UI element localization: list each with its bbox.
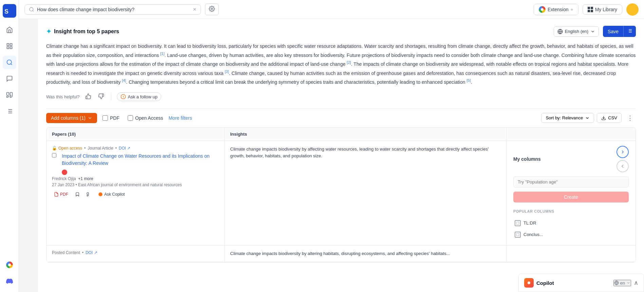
open-access-label: Open Access bbox=[135, 115, 163, 121]
save-button-group: Save bbox=[603, 26, 636, 37]
svg-point-16 bbox=[211, 8, 213, 10]
settings-button[interactable] bbox=[205, 3, 219, 15]
paper-title-1[interactable]: Impact of Climate Change on Water Resour… bbox=[62, 153, 219, 167]
paper-cite-button-1[interactable] bbox=[85, 191, 93, 198]
column-name-input[interactable] bbox=[513, 176, 629, 188]
doi-link-1[interactable]: DOI ↗ bbox=[119, 146, 131, 151]
helpful-row: Was this helpful? bbox=[46, 92, 636, 102]
my-library-button[interactable]: My Library bbox=[583, 4, 622, 15]
search-bar-icon bbox=[29, 7, 34, 12]
sort-label: Sort by: Relevance bbox=[546, 115, 583, 120]
paper-checkbox-1[interactable] bbox=[52, 153, 56, 158]
scispace-logo[interactable]: S bbox=[3, 4, 16, 18]
save-button[interactable]: Save bbox=[603, 26, 623, 37]
col-insights-header: Insights bbox=[225, 128, 507, 141]
svg-text:S: S bbox=[4, 8, 8, 15]
add-columns-button[interactable]: Add columns (1) bbox=[46, 113, 97, 123]
search-bar[interactable]: ✕ bbox=[24, 4, 201, 15]
grid-icon bbox=[588, 7, 593, 12]
conclusion-icon bbox=[516, 233, 519, 236]
copilot-icon bbox=[121, 94, 126, 99]
search-clear-button[interactable]: ✕ bbox=[193, 7, 197, 12]
popular-col-conclusion[interactable]: Conclus... bbox=[513, 229, 629, 240]
pdf-filter[interactable]: PDF bbox=[100, 114, 122, 122]
doi-link-2[interactable]: DOI ↗ bbox=[86, 250, 97, 255]
my-columns-content: My columns bbox=[512, 146, 630, 240]
paper-pdf-button-1[interactable]: PDF bbox=[52, 191, 70, 198]
more-filters-button[interactable]: More filters bbox=[168, 115, 192, 121]
export-csv-button[interactable]: CSV bbox=[597, 113, 622, 123]
home-icon[interactable] bbox=[3, 23, 16, 37]
table-row: Posted Content • DOI ↗ Climate change im… bbox=[47, 246, 636, 262]
popular-col-tldr[interactable]: TL:DR bbox=[513, 217, 629, 229]
quote-icon[interactable] bbox=[3, 88, 16, 102]
avatar[interactable] bbox=[626, 3, 639, 16]
insight-actions: English (en) Save bbox=[554, 26, 636, 37]
paper-bookmark-button-1[interactable] bbox=[73, 191, 82, 198]
conclusion-label: Conclus... bbox=[523, 232, 543, 237]
save-options-button[interactable] bbox=[623, 26, 636, 37]
collapse-icon-1[interactable] bbox=[62, 170, 67, 175]
nav-arrows bbox=[617, 146, 629, 172]
search-icon[interactable] bbox=[3, 56, 16, 69]
svg-rect-3 bbox=[10, 44, 12, 46]
arrow-left-button[interactable] bbox=[617, 160, 629, 172]
filters-right: Sort by: Relevance CSV bbox=[541, 113, 636, 123]
insight-title: ✦ Insight from top 5 papers bbox=[46, 28, 119, 35]
my-columns-header: My columns bbox=[513, 146, 629, 172]
cell-insight-1: Climate change impacts biodiversity by a… bbox=[225, 141, 507, 245]
insight-header: ✦ Insight from top 5 papers English (en) bbox=[46, 26, 636, 37]
copilot-language-button[interactable]: en bbox=[613, 280, 631, 286]
arrow-right-button[interactable] bbox=[617, 146, 629, 158]
language-selector[interactable]: English (en) bbox=[554, 26, 599, 37]
filters-row: Add columns (1) PDF Open Access More fil… bbox=[46, 109, 636, 127]
papers-table: Papers (10) Insights bbox=[46, 127, 636, 263]
list-icon bbox=[627, 28, 632, 34]
paper-authors-1: Fredrick Ojija +1 more bbox=[52, 176, 219, 181]
svg-point-6 bbox=[7, 60, 11, 64]
list-icon[interactable] bbox=[3, 104, 16, 118]
my-columns-title: My columns bbox=[513, 156, 541, 162]
sort-select[interactable]: Sort by: Relevance bbox=[541, 113, 594, 123]
chevron-down-icon bbox=[590, 29, 595, 34]
cell-paper-1: 🔓 Open access • Journal Article • DOI ↗ bbox=[47, 141, 225, 245]
thumbs-up-button[interactable] bbox=[84, 92, 93, 102]
open-access-filter[interactable]: Open Access bbox=[125, 114, 166, 122]
download-icon bbox=[601, 116, 606, 120]
ask-followup-button[interactable]: Ask a follow up bbox=[117, 92, 161, 101]
pdf-checkbox[interactable] bbox=[103, 115, 108, 121]
cell-mycolumns-1: My columns bbox=[507, 141, 636, 245]
open-access-checkbox[interactable] bbox=[128, 115, 133, 121]
divider bbox=[111, 93, 111, 101]
paper-copilot-button-1[interactable]: Ask Copilot bbox=[96, 191, 127, 198]
copilot-chevron-icon bbox=[626, 281, 630, 285]
svg-line-15 bbox=[33, 11, 34, 12]
svg-point-14 bbox=[30, 7, 33, 11]
create-column-button[interactable]: Create bbox=[513, 192, 629, 202]
sidebar: S bbox=[0, 0, 19, 292]
copilot-icon-1 bbox=[98, 192, 103, 197]
search-input[interactable] bbox=[37, 7, 190, 12]
main-content: ✦ Insight from top 5 papers English (en) bbox=[38, 19, 644, 292]
paper-meta-2: Posted Content • DOI ↗ bbox=[52, 250, 219, 255]
thumbs-down-button[interactable] bbox=[97, 92, 106, 102]
chevron-down-icon bbox=[88, 116, 92, 120]
svg-rect-5 bbox=[10, 47, 12, 49]
cite-icon-1 bbox=[87, 192, 91, 197]
arrow-left-icon bbox=[620, 163, 625, 169]
arrow-right-icon bbox=[620, 149, 625, 155]
extension-button[interactable]: Extension + bbox=[534, 4, 578, 15]
dashboard-icon[interactable] bbox=[3, 39, 16, 53]
google-icon[interactable] bbox=[3, 258, 16, 272]
copilot-close-button[interactable]: ∧ bbox=[634, 279, 638, 287]
svg-point-30 bbox=[528, 281, 530, 284]
chat-icon[interactable] bbox=[3, 72, 16, 85]
tldr-label: TL:DR bbox=[523, 220, 536, 226]
pdf-label: PDF bbox=[110, 115, 119, 121]
helpful-label: Was this helpful? bbox=[46, 94, 80, 99]
csv-label: CSV bbox=[608, 115, 617, 120]
more-options-button[interactable]: ⋮ bbox=[624, 113, 636, 123]
popular-columns-label: POPULAR COLUMNS bbox=[513, 209, 629, 213]
open-access-badge-1: 🔓 Open access bbox=[52, 146, 82, 151]
discord-icon[interactable] bbox=[3, 274, 16, 288]
